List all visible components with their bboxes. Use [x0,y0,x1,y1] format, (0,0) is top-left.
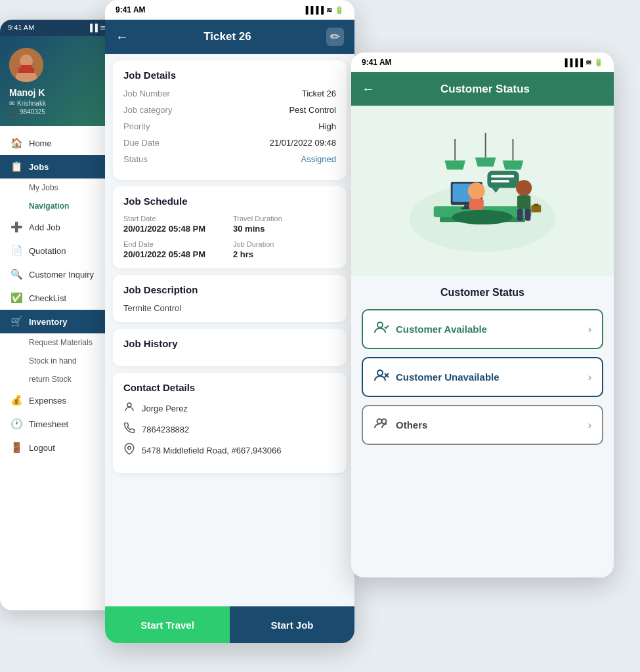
ticket-body: Job Details Job Number Ticket 26 Job cat… [105,54,354,631]
user-name: Manoj K [9,87,116,98]
wifi-icon: ≋ [326,6,332,14]
label-job-category: Job category [123,105,172,115]
job-details-title: Job Details [123,70,336,81]
label-due-date: Due Date [123,138,160,148]
label-status: Status [123,154,148,164]
cs-back-button[interactable]: ← [362,81,375,96]
cs-signal-icon: ▐▐▐▐ [563,58,583,66]
ticket-time: 9:41 AM [116,5,146,14]
sidebar-label-quotation: Quotation [29,246,66,256]
sidebar-label-inquiry: Customer Inquiry [29,270,94,280]
job-history-title: Job History [123,338,336,349]
contact-phone: 7864238882 [142,425,189,434]
ticket-back-button[interactable]: ← [116,30,129,45]
bottom-buttons: Start Travel Start Job [105,606,354,643]
home-icon: 🏠 [11,137,22,149]
svg-rect-32 [534,204,538,207]
job-description-text: Termite Control [123,303,336,313]
ticket-status-bar: 9:41 AM ▐▐▐▐ ≋ 🔋 [105,0,354,20]
battery-icon: 🔋 [335,6,344,14]
ticket-status-icons: ▐▐▐▐ ≋ 🔋 [303,6,344,14]
cs-battery-icon: 🔋 [594,58,603,67]
sidebar-label-inventory: Inventory [29,317,68,327]
sidebar-label-jobs: Jobs [29,162,49,172]
value-due-date: 21/01/2022 09:48 [270,138,336,148]
ticket-title: Ticket 26 [203,30,251,43]
svg-rect-17 [487,171,519,188]
customer-status-phone: 9:41 AM ▐▐▐▐ ≋ 🔋 ← Customer Status [351,52,614,578]
contact-address: 5478 Middlefield Road, #667,943066 [142,446,282,455]
add-job-icon: ➕ [11,221,22,233]
svg-marker-26 [503,161,524,170]
others-icon [373,415,389,434]
others-option[interactable]: Others › [362,405,603,445]
label-priority: Priority [123,121,150,131]
ticket-phone: 9:41 AM ▐▐▐▐ ≋ 🔋 ← Ticket 26 ✏ Job Detai… [105,0,354,643]
cs-section-title: Customer Status [362,287,603,299]
job-duration-label: Job Duration [233,240,336,248]
available-label: Customer Available [396,324,487,335]
detail-row-priority: Priority High [123,121,336,131]
checklist-icon: ✅ [11,292,22,304]
schedule-grid: Start Date 20/01/2022 05:48 PM Travel Du… [123,215,336,259]
available-icon [373,320,389,339]
ticket-header: ← Ticket 26 ✏ [105,20,354,54]
schedule-start-date: Start Date 20/01/2022 05:48 PM [123,215,226,234]
svg-point-33 [377,322,383,327]
inquiry-icon: 🔍 [11,268,22,280]
schedule-end-date: End Date 20/01/2022 05:48 PM [123,240,226,259]
unavailable-left: Customer Unavailable [373,368,500,387]
svg-point-5 [127,403,131,407]
cs-time: 9:41 AM [362,58,392,67]
job-schedule-card: Job Schedule Start Date 20/01/2022 05:48… [113,186,347,268]
schedule-travel-duration: Travel Duration 30 mins [233,215,336,234]
cs-header-title: Customer Status [383,83,587,96]
customer-unavailable-option[interactable]: Customer Unavailable › [362,357,603,397]
unavailable-icon [373,368,389,387]
job-details-card: Job Details Job Number Ticket 26 Job cat… [113,60,347,180]
cs-wifi-icon: ≋ [586,58,591,67]
svg-point-34 [377,370,383,375]
ticket-edit-button[interactable]: ✏ [326,28,344,46]
user-email: ✉Krishnakk [9,100,116,107]
contact-address-row: 5478 Middlefield Road, #667,943066 [123,443,336,457]
detail-row-due-date: Due Date 21/01/2022 09:48 [123,138,336,148]
location-icon [123,443,135,457]
contact-phone-row: 7864238882 [123,422,336,436]
start-date-value: 20/01/2022 05:48 PM [123,224,226,234]
logout-icon: 🚪 [11,442,22,453]
sidebar-label-home: Home [29,138,52,148]
sidebar-label-add-job: Add Job [29,222,60,232]
svg-marker-24 [475,158,496,167]
phone-icon [123,422,135,436]
others-left: Others [373,415,427,434]
value-job-category: Pest Control [289,105,336,115]
svg-rect-16 [469,199,484,210]
sidebar-label-checklist: CheckList [29,293,66,303]
svg-point-38 [382,419,387,424]
start-travel-button[interactable]: Start Travel [105,606,230,643]
jobs-icon: 📋 [11,161,22,173]
detail-row-number: Job Number Ticket 26 [123,89,336,98]
start-job-button[interactable]: Start Job [230,606,354,643]
job-duration-value: 2 hrs [233,249,336,259]
svg-rect-30 [525,209,530,221]
cs-status-icons: ▐▐▐▐ ≋ 🔋 [563,58,603,67]
contact-details-title: Contact Details [123,382,336,393]
sidebar-label-logout: Logout [29,443,55,453]
end-date-value: 20/01/2022 05:48 PM [123,249,226,259]
cs-illustration [351,106,614,276]
svg-rect-19 [491,175,514,178]
unavailable-label: Customer Unavailable [396,371,500,383]
value-status: Assigned [301,154,336,164]
value-priority: High [318,121,336,131]
svg-rect-4 [18,68,34,73]
end-date-label: End Date [123,240,226,248]
contact-details-card: Contact Details Jorge Perez 7864238882 [113,373,347,473]
sidebar-time: 9:41 AM [8,24,34,32]
svg-point-27 [516,180,532,196]
others-chevron: › [588,419,591,431]
avatar [9,48,43,82]
customer-available-option[interactable]: Customer Available › [362,309,603,349]
schedule-job-duration: Job Duration 2 hrs [233,240,336,259]
